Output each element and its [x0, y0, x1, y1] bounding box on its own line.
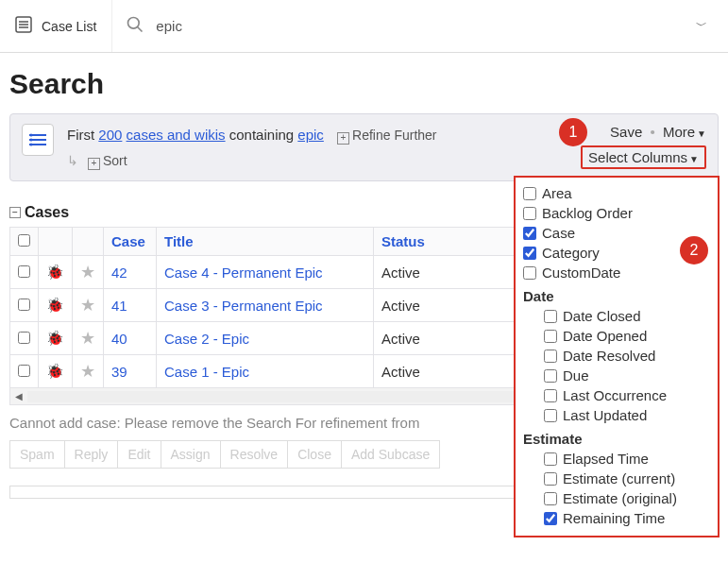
column-group-date: Date	[523, 286, 710, 306]
column-option-backlog[interactable]: Backlog Order	[523, 203, 710, 223]
case-title-link[interactable]: Case 2 - Epic	[164, 331, 249, 347]
resolve-button[interactable]: Resolve	[221, 440, 289, 469]
filter-count-link[interactable]: 200	[98, 127, 122, 143]
bug-icon-cell: 🐞	[39, 256, 73, 289]
filter-cases-wikis-link[interactable]: cases and wikis	[127, 127, 226, 143]
page-title: Search	[0, 53, 728, 113]
star-icon[interactable]: ★	[80, 263, 95, 282]
select-columns-button[interactable]: Select Columns▼	[581, 145, 706, 169]
bug-icon-cell: 🐞	[39, 322, 73, 355]
plus-icon: +	[337, 132, 349, 145]
column-option-due[interactable]: Due	[544, 366, 710, 385]
refine-label: Refine Further	[352, 128, 436, 143]
caret-down-icon: ▼	[689, 154, 699, 164]
star-cell: ★	[73, 256, 104, 289]
star-cell: ★	[73, 355, 104, 388]
title-cell: Case 2 - Epic	[157, 322, 374, 355]
title-cell: Case 1 - Epic	[157, 355, 374, 388]
sort-label: Sort	[103, 153, 127, 168]
star-icon[interactable]: ★	[80, 296, 95, 315]
bug-icon: 🐞	[46, 264, 64, 280]
search-area: ﹀	[112, 0, 728, 52]
case-header[interactable]: Case	[104, 228, 157, 256]
search-icon	[126, 15, 144, 37]
case-number-link[interactable]: 42	[111, 264, 127, 281]
arrow-icon: ↳	[67, 153, 78, 168]
select-columns-panel: 2 Area Backlog Order Case Category Custo…	[514, 176, 720, 499]
svg-point-11	[30, 144, 33, 146]
more-link[interactable]: More▼	[663, 124, 706, 140]
column-option-elapsed[interactable]: Elapsed Time	[544, 449, 710, 469]
sort-link[interactable]: +Sort	[88, 153, 127, 168]
case-title-link[interactable]: Case 4 - Permanent Epic	[164, 264, 323, 281]
column-option-date-resolved[interactable]: Date Resolved	[544, 346, 710, 366]
row-checkbox[interactable]	[18, 265, 30, 278]
filter-list-icon[interactable]	[22, 124, 54, 156]
refine-further[interactable]: +Refine Further	[337, 128, 436, 143]
svg-point-4	[128, 18, 140, 29]
separator-dot: •	[650, 124, 654, 140]
svg-point-9	[30, 134, 33, 137]
case-number-link[interactable]: 39	[111, 364, 127, 380]
title-cell: Case 3 - Permanent Epic	[157, 289, 374, 322]
close-button[interactable]: Close	[288, 440, 342, 469]
filter-description: First 200 cases and wikis containing epi…	[67, 124, 567, 171]
add-subcase-button[interactable]: Add Subcase	[342, 440, 440, 469]
case-number-link[interactable]: 41	[111, 298, 127, 314]
edit-button[interactable]: Edit	[118, 440, 161, 469]
column-option-last-occurrence[interactable]: Last Occurrence	[544, 385, 710, 405]
spam-button[interactable]: Spam	[9, 440, 65, 469]
nav-title: Case List	[42, 19, 96, 34]
callout-2: 2	[680, 236, 708, 264]
column-option-customdate[interactable]: CustomDate	[523, 263, 710, 282]
nav-title-area[interactable]: Case List	[0, 0, 112, 52]
save-link[interactable]: Save	[610, 124, 642, 140]
select-all-checkbox[interactable]	[18, 234, 30, 247]
column-option-last-updated[interactable]: Last Updated	[544, 405, 710, 425]
case-number-link[interactable]: 40	[111, 331, 127, 347]
assign-button[interactable]: Assign	[161, 440, 221, 469]
star-icon[interactable]: ★	[80, 362, 95, 381]
case-number-cell: 41	[104, 289, 157, 322]
list-icon	[15, 16, 32, 36]
case-number-cell: 40	[104, 322, 157, 355]
bug-icon: 🐞	[46, 330, 64, 346]
column-option-estimate-current[interactable]: Estimate (current)	[544, 469, 710, 488]
filter-term-link[interactable]: epic	[297, 127, 324, 143]
column-option-estimate-original[interactable]: Estimate (original)	[544, 488, 710, 499]
star-cell: ★	[73, 289, 104, 322]
row-checkbox[interactable]	[18, 332, 30, 344]
column-option-date-closed[interactable]: Date Closed	[544, 306, 710, 326]
filter-prefix: First	[67, 127, 94, 143]
collapse-icon[interactable]: −	[9, 207, 21, 218]
svg-point-10	[30, 139, 33, 142]
title-header[interactable]: Title	[157, 228, 374, 256]
column-group-estimate: Estimate	[523, 429, 710, 449]
case-title-link[interactable]: Case 3 - Permanent Epic	[164, 298, 323, 314]
row-checkbox-cell	[10, 289, 39, 322]
reply-button[interactable]: Reply	[65, 440, 119, 469]
star-icon[interactable]: ★	[80, 329, 95, 348]
search-input[interactable]	[156, 18, 685, 34]
bug-icon: 🐞	[46, 297, 64, 313]
case-title-link[interactable]: Case 1 - Epic	[164, 364, 249, 380]
column-option-date-opened[interactable]: Date Opened	[544, 326, 710, 346]
row-checkbox-cell	[10, 256, 39, 289]
bug-icon: 🐞	[46, 363, 64, 379]
star-cell: ★	[73, 322, 104, 355]
cases-title: Cases	[25, 204, 69, 221]
icon-header	[39, 228, 73, 256]
callout-1: 1	[559, 118, 587, 146]
row-checkbox[interactable]	[18, 365, 30, 377]
column-option-case[interactable]: Case	[523, 223, 710, 243]
title-cell: Case 4 - Permanent Epic	[157, 256, 374, 289]
row-checkbox-cell	[10, 322, 39, 355]
row-checkbox[interactable]	[18, 299, 30, 311]
column-option-area[interactable]: Area	[523, 183, 710, 203]
case-number-cell: 39	[104, 355, 157, 388]
case-number-cell: 42	[104, 256, 157, 289]
filter-bar: 1 First 200 cases and wikis containing e…	[9, 113, 719, 181]
caret-down-icon: ▼	[697, 128, 706, 139]
chevron-down-icon[interactable]: ﹀	[696, 18, 707, 34]
scroll-left-icon[interactable]: ◀	[10, 388, 27, 404]
